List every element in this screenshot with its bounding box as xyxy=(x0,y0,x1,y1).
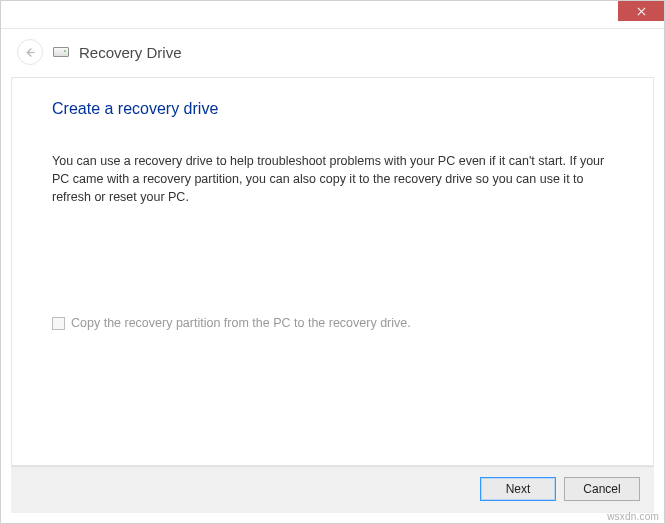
back-arrow-icon xyxy=(24,46,37,59)
page-heading: Create a recovery drive xyxy=(52,100,613,118)
wizard-button-bar: Next Cancel xyxy=(11,466,654,513)
wizard-window: Recovery Drive Create a recovery drive Y… xyxy=(0,0,665,524)
drive-icon xyxy=(53,47,69,57)
close-icon xyxy=(637,7,646,16)
window-title: Recovery Drive xyxy=(79,44,182,61)
titlebar xyxy=(1,1,664,29)
copy-partition-checkbox-label: Copy the recovery partition from the PC … xyxy=(71,316,411,330)
close-button[interactable] xyxy=(618,1,664,21)
back-button[interactable] xyxy=(17,39,43,65)
content-body: Create a recovery drive You can use a re… xyxy=(12,78,653,465)
cancel-button[interactable]: Cancel xyxy=(564,477,640,501)
content-frame: Create a recovery drive You can use a re… xyxy=(11,77,654,466)
watermark-text: wsxdn.com xyxy=(607,511,659,522)
copy-partition-checkbox xyxy=(52,317,65,330)
copy-partition-checkbox-row: Copy the recovery partition from the PC … xyxy=(52,316,613,330)
page-description: You can use a recovery drive to help tro… xyxy=(52,152,612,206)
next-button[interactable]: Next xyxy=(480,477,556,501)
header-row: Recovery Drive xyxy=(1,29,664,77)
